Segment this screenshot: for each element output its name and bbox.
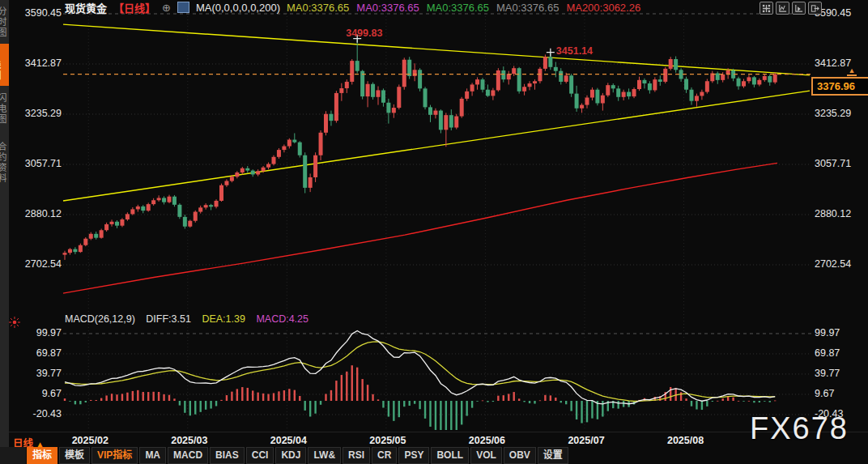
macd-hist-bar (96, 400, 97, 401)
alert-sun-icon[interactable] (13, 321, 17, 325)
toolbar-tab-模板[interactable]: 模板 (59, 447, 90, 464)
toolbar-tab-指标[interactable]: 指标 (27, 447, 57, 464)
candle-body (528, 83, 532, 87)
candle-body (575, 94, 579, 109)
candle-body (653, 79, 657, 90)
toolbar-tab-OBV[interactable]: OBV (504, 447, 536, 464)
add-indicator-icon[interactable]: ⊕ (162, 2, 171, 14)
macd-hist-bar (403, 401, 405, 407)
macd-axis-label-right: 99.97 (815, 327, 840, 338)
macd-hist-bar (252, 390, 253, 401)
toolbar-tab-BOLL[interactable]: BOLL (431, 447, 469, 464)
watermark: FX678 (750, 411, 849, 446)
toolbar-tab-PSY[interactable]: PSY (398, 447, 429, 464)
candle-body (590, 90, 594, 98)
toolbar-tab-MACD[interactable]: MACD (168, 447, 208, 464)
candle-body (637, 80, 641, 89)
macd-hist-bar (85, 401, 87, 402)
exit-icon[interactable] (808, 2, 822, 15)
candle-body (308, 177, 313, 188)
period-tag[interactable]: 【日线】 (113, 0, 155, 15)
macd-hist-bar (476, 401, 478, 402)
price-marker-icon[interactable]: ▲ (847, 67, 857, 76)
macd-hist-bar (742, 401, 744, 402)
toolbar-tab-VIP指标[interactable]: VIP指标 (91, 447, 138, 464)
y-axis-label-left: 3235.29 (25, 108, 62, 119)
candle-body (533, 81, 537, 83)
toolbar-tab-BIAS[interactable]: BIAS (210, 447, 245, 464)
toolbar-tab-CR[interactable]: CR (372, 447, 397, 464)
toolbar-tab-VOL[interactable]: VOL (470, 447, 502, 464)
candlestick-chart[interactable] (0, 0, 868, 464)
macd-hist-bar (111, 394, 113, 401)
candle-body (68, 249, 72, 253)
support-trendline[interactable] (63, 91, 810, 201)
x-axis-row (0, 432, 868, 448)
candle-body (632, 89, 636, 96)
macd-hist-bar (220, 400, 222, 401)
macd-hist-bar (79, 401, 81, 404)
macd-hist-bar (685, 398, 687, 401)
current-price-box: 3376.96 (811, 77, 868, 96)
diff-line (65, 330, 775, 403)
candle-body (339, 88, 343, 93)
candle-body (89, 234, 93, 239)
toolbar-tab-KDJ[interactable]: KDJ (275, 447, 306, 464)
candle-body (501, 70, 505, 79)
instrument-title: 现货黄金 (65, 0, 107, 15)
candle-body (627, 92, 631, 97)
candle-body (168, 197, 172, 202)
sidebar-item-2[interactable]: K线图 (0, 44, 9, 86)
candle-body (559, 71, 563, 82)
macd-hist-bar (320, 401, 321, 405)
macd-hist-bar (152, 392, 154, 401)
toolbar-tab-设置[interactable]: 设置 (538, 447, 568, 464)
resistance-trendline[interactable] (63, 24, 810, 75)
macd-hist-bar (262, 394, 264, 401)
alert-sun-icon (17, 318, 19, 320)
candle-body (700, 92, 704, 96)
macd-hist-bar (706, 401, 708, 407)
sidebar-item-3[interactable]: 闪电图 (0, 87, 9, 130)
macd-hist-bar (466, 401, 467, 416)
toolbar-tab-MA[interactable]: MA (139, 447, 166, 464)
macd-hist-bar (769, 401, 771, 402)
candle-body (392, 108, 396, 113)
candle-body (773, 74, 777, 83)
macd-axis-label-left: 99.97 (36, 327, 62, 338)
candle-body (366, 84, 370, 96)
auto-scale-icon[interactable] (776, 2, 789, 15)
candle-body (157, 198, 161, 200)
sidebar-item-4[interactable]: 合约资料 (0, 131, 9, 194)
candle-body (272, 157, 276, 164)
macd-name-label: MACD(26,12,9) (65, 313, 135, 325)
macd-hist-bar (231, 392, 232, 401)
candle-body (481, 79, 485, 90)
macd-hist-bar (518, 398, 520, 401)
macd-hist-bar (299, 396, 300, 401)
chart-header: 现货黄金 【日线】 ⊕ MA(0,0,0,0,0,200) MA0:3376.6… (65, 1, 648, 14)
toolbar-tab-CCI[interactable]: CCI (246, 447, 274, 464)
toolbar-tab-RSI[interactable]: RSI (343, 447, 370, 464)
macd-hist-bar (372, 394, 373, 401)
sidebar-item-1[interactable]: 分时图 (0, 2, 9, 42)
candle-body (194, 212, 198, 221)
peak-price-label: 3451.14 (556, 45, 593, 57)
pan-icon[interactable] (760, 2, 773, 15)
candle-body (444, 115, 448, 130)
current-price-value: 3376.96 (817, 80, 855, 92)
toolbar-tab-LW&[interactable]: LW& (308, 447, 341, 464)
x-axis-date-label: 2025/04 (267, 435, 309, 446)
chart-window: 分时图K线图闪电图合约资料 现货黄金 【日线】 ⊕ MA(0,0,0,0,0,2… (0, 0, 868, 464)
macd-axis-label-left: 39.77 (36, 368, 62, 379)
candle-body (763, 76, 767, 80)
macd-hist-bar (294, 390, 296, 401)
candle-body (381, 90, 385, 102)
candle-body (209, 205, 213, 206)
chart-type-icon[interactable] (177, 2, 189, 13)
candle-body (721, 74, 725, 80)
candle-body (768, 76, 772, 83)
candle-body (240, 168, 245, 172)
scroll-to-latest-icon[interactable] (792, 2, 806, 15)
candle-body (130, 209, 134, 214)
